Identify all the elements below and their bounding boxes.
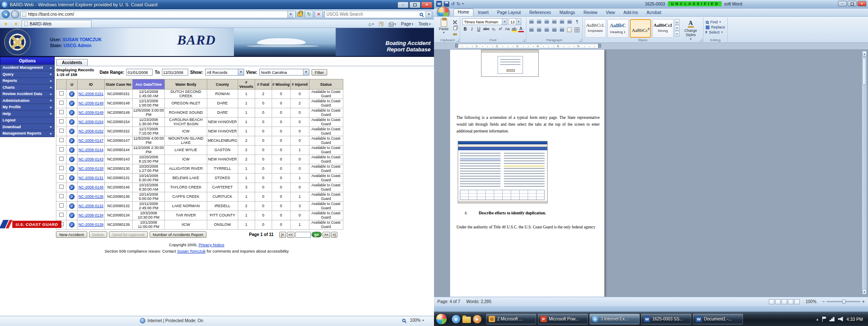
edit-record-icon[interactable]: ✓ [69,101,75,106]
row-checkbox[interactable] [59,110,64,114]
gallery-up-icon[interactable]: ▴ [675,19,679,25]
delete-button[interactable]: Delete [89,231,107,238]
sidebar-item-query[interactable]: Query► [0,71,55,78]
ribbon-tab-acrobat[interactable]: Acrobat [643,9,665,16]
sidebar-item-logout[interactable]: Logout [0,117,55,124]
full-screen-view-icon[interactable] [775,299,781,304]
next-page-button[interactable]: >> [323,232,330,238]
zoom-in-icon[interactable]: + [862,299,865,304]
row-checkbox[interactable] [59,175,64,180]
indent-marker-left[interactable] [455,44,458,48]
edit-record-icon[interactable]: ✓ [69,119,75,125]
style-chip-emphasis[interactable]: AaBbCcLEmphasis [585,19,606,38]
style-chip-normal[interactable]: AaBbCc¶ Normal [630,19,651,38]
clipboard-dialog-launcher[interactable] [456,39,459,42]
font-size-select[interactable]: 12 ▾ [509,18,521,25]
edit-record-icon[interactable]: ✓ [69,175,75,181]
show-hidden-icons[interactable]: ▴ [816,317,818,321]
accident-id-link[interactable]: NC-2008-0146 [78,185,103,189]
undo-icon[interactable]: ↺ [451,1,455,7]
number-of-accidents-report-button[interactable]: Number of Accidents Report [150,231,207,238]
increase-indent-icon[interactable] [559,19,565,25]
accident-id-link[interactable]: NC-2008-0131 [78,176,103,180]
edit-record-icon[interactable]: ✓ [69,166,75,171]
sidebar-item-my-profile[interactable]: My Profile► [0,104,55,111]
feeds-button[interactable] [377,20,386,28]
column-header-state-case-no[interactable]: State Case No [105,79,133,90]
filter-button[interactable]: Filter [312,69,327,76]
ribbon-tab-page-layout[interactable]: Page Layout [493,9,525,16]
ribbon-tab-mailings[interactable]: Mailings [556,9,579,16]
taskbar-button-2-microsoft[interactable]: O2 Microsoft ... [486,314,536,324]
accident-id-link[interactable]: NC-2008-0130 [78,166,103,171]
column-header-missing[interactable]: # Missing [272,79,290,90]
ribbon-tab-add-ins[interactable]: Add-Ins [620,9,642,16]
edit-record-icon[interactable]: ✓ [69,147,75,153]
line-spacing-icon[interactable] [559,27,565,33]
column-header-injured[interactable]: # Injured [290,79,309,90]
indent-marker-right[interactable] [598,44,601,48]
explorer-folder-icon[interactable] [462,317,471,323]
sidebar-item-review-accident-data[interactable]: Review Accident Data► [0,91,55,98]
taskbar-button-document1[interactable]: WDocument1 -... [693,314,743,324]
edit-record-icon[interactable]: ✓ [69,213,75,218]
minimize-button[interactable]: − [398,2,409,8]
view-switcher[interactable] [769,299,800,304]
document-page[interactable]: The following is a screenshot of a typic… [450,50,604,297]
accident-id-link[interactable]: NC-2008-0151 [78,92,103,96]
draft-view-icon[interactable] [794,299,800,304]
row-checkbox[interactable] [59,129,64,133]
font-dialog-launcher[interactable] [523,39,525,42]
taskbar-button-3-internet-ex[interactable]: e3 Internet Ex... [590,314,640,324]
favorites-icon[interactable]: ★ [1,20,11,28]
vertical-scrollbar[interactable]: ▴ ▾ [862,51,867,295]
send-for-approval-button[interactable]: Send for Approval [109,231,148,238]
print-button[interactable]: ▾ [387,20,398,28]
sidebar-item-accident-management[interactable]: Accident Management► [0,65,55,71]
privacy-notice-link[interactable]: Privacy Notice [199,242,225,247]
maximize-button[interactable] [848,1,857,6]
ie-titlebar[interactable]: e BARD-Web - Windows Internet Explorer p… [0,0,434,9]
column-header-water-body[interactable]: Water Body [165,79,207,90]
edit-record-icon[interactable]: ✓ [69,185,75,190]
edit-record-icon[interactable]: ✓ [69,91,75,97]
last-page-button[interactable]: >| [331,232,337,238]
style-chip-heading-1[interactable]: AaBbCHeading 1 [607,19,629,38]
close-button[interactable]: × [421,2,432,8]
contact-link[interactable]: Susan Tomczuk [177,249,206,253]
ribbon-tab-review[interactable]: Review [580,9,601,16]
search-input[interactable] [326,12,419,17]
zoom-slider-thumb[interactable] [842,300,846,304]
column-header-county[interactable]: County [207,79,238,90]
add-favorite-icon[interactable]: ★ [11,20,21,28]
tools-menu[interactable]: Tools▾ [416,20,433,28]
word-count[interactable]: Words: 2,285 [466,299,491,304]
ribbon-tab-insert[interactable]: Insert [474,9,492,16]
format-painter-button[interactable] [452,32,458,37]
borders-icon[interactable] [574,27,580,33]
page-number-input[interactable] [295,232,311,238]
taskbar-clock[interactable]: 4:33 PM [846,317,863,322]
gallery-down-icon[interactable]: ▾ [675,25,679,31]
font-name-select[interactable]: Times New Roman ▾ [462,18,507,25]
edit-record-icon[interactable]: ✓ [69,138,75,143]
numbering-icon[interactable] [536,19,542,25]
ribbon-tab-references[interactable]: References [526,9,555,16]
paste-button[interactable]: Paste ▾ [437,18,451,37]
tab-accidents[interactable]: Accidents [56,59,88,66]
browser-tab-bard-web[interactable]: BARD-Web [22,20,92,28]
media-player-icon[interactable]: ▶ [473,315,481,323]
row-checkbox[interactable] [59,138,64,142]
page-menu[interactable]: Page▾ [399,20,415,28]
network-icon[interactable] [829,317,835,321]
address-bar[interactable]: ▼ [20,11,295,18]
sidebar-item-charts[interactable]: Charts► [0,84,55,91]
superscript-button[interactable]: x² [498,26,504,32]
minimize-button[interactable]: − [838,1,847,6]
underline-button[interactable]: U [476,26,481,32]
select-button[interactable]: Select▾ [706,30,725,34]
change-case-button[interactable]: Aa [505,26,510,32]
column-header-status[interactable]: Status [309,79,343,90]
page-count[interactable]: Page: 4 of 7 [437,299,460,304]
taskbar-button-1625-0003-ss[interactable]: W1625-0003 SS... [641,314,691,324]
